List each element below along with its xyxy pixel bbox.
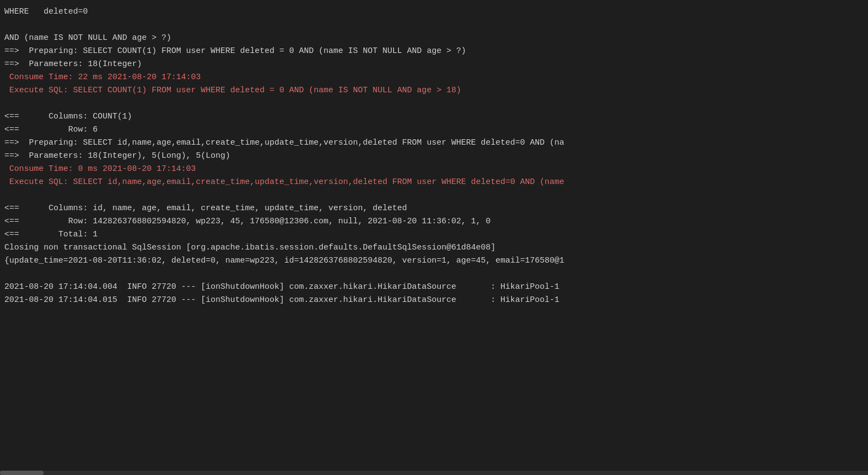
terminal-line: <== Row: 6 bbox=[0, 123, 868, 136]
terminal-line: Execute SQL: SELECT COUNT(1) FROM user W… bbox=[0, 84, 868, 97]
terminal-line: Consume Time: 0 ms 2021-08-20 17:14:03 bbox=[0, 163, 868, 176]
terminal-output: WHERE deleted=0 AND (name IS NOT NULL AN… bbox=[0, 0, 868, 475]
terminal-line: <== Total: 1 bbox=[0, 228, 868, 241]
terminal-line: <== Columns: id, name, age, email, creat… bbox=[0, 202, 868, 215]
terminal-line: ==> Preparing: SELECT COUNT(1) FROM user… bbox=[0, 45, 868, 58]
terminal-line: WHERE deleted=0 bbox=[0, 5, 868, 19]
terminal-line: ==> Parameters: 18(Integer), 5(Long), 5(… bbox=[0, 150, 868, 163]
terminal-line bbox=[0, 19, 868, 32]
terminal-line bbox=[0, 97, 868, 110]
terminal-line: Consume Time: 22 ms 2021-08-20 17:14:03 bbox=[0, 71, 868, 84]
terminal-line: 2021-08-20 17:14:04.015 INFO 27720 --- [… bbox=[0, 294, 868, 307]
terminal-line bbox=[0, 189, 868, 202]
scrollbar-thumb[interactable] bbox=[0, 471, 44, 475]
terminal-line: AND (name IS NOT NULL AND age > ?) bbox=[0, 32, 868, 45]
terminal-line: 2021-08-20 17:14:04.004 INFO 27720 --- [… bbox=[0, 281, 868, 294]
horizontal-scrollbar[interactable] bbox=[0, 471, 868, 475]
terminal-line: {update_time=2021-08-20T11:36:02, delete… bbox=[0, 254, 868, 268]
terminal-line bbox=[0, 268, 868, 281]
terminal-line: <== Row: 1428263768802594820, wp223, 45,… bbox=[0, 215, 868, 228]
terminal-line: ==> Parameters: 18(Integer) bbox=[0, 58, 868, 71]
terminal-line: <== Columns: COUNT(1) bbox=[0, 110, 868, 123]
terminal-line: Closing non transactional SqlSession [or… bbox=[0, 241, 868, 254]
terminal-line: ==> Preparing: SELECT id,name,age,email,… bbox=[0, 136, 868, 150]
terminal-line: Execute SQL: SELECT id,name,age,email,cr… bbox=[0, 176, 868, 189]
